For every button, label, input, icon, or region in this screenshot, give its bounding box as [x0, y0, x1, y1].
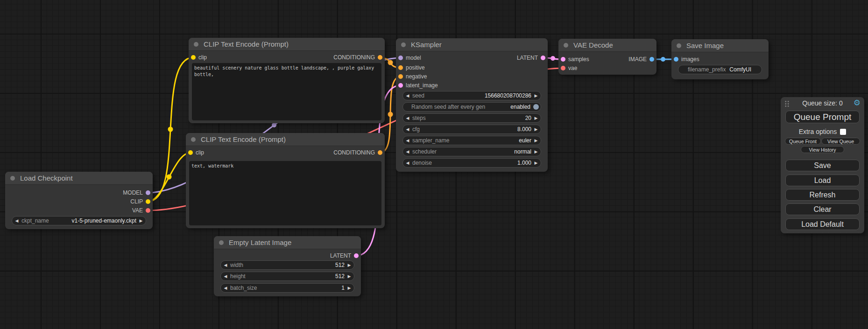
decrement-arrow-icon[interactable]: ◀ [403, 116, 412, 120]
collapse-dot-icon[interactable] [10, 176, 15, 181]
increment-arrow-icon[interactable]: ▶ [531, 127, 541, 132]
collapse-dot-icon[interactable] [194, 42, 198, 47]
increment-arrow-icon[interactable]: ▶ [345, 286, 354, 290]
negative-prompt-textarea[interactable]: text, watermark [189, 161, 381, 225]
denoise-widget[interactable]: ◀ denoise 1.000 ▶ [402, 158, 541, 168]
node-title-bar[interactable]: CLIP Text Encode (Prompt) [189, 38, 385, 51]
collapse-dot-icon[interactable] [191, 137, 196, 142]
latent-output-port[interactable] [354, 253, 359, 258]
extra-options-checkbox[interactable] [840, 129, 846, 135]
increment-arrow-icon[interactable]: ▶ [531, 116, 541, 120]
decrement-arrow-icon[interactable]: ◀ [403, 161, 412, 165]
increment-arrow-icon[interactable]: ▶ [345, 263, 354, 267]
node-title-bar[interactable]: CLIP Text Encode (Prompt) [186, 133, 385, 146]
model-output-port[interactable] [146, 190, 150, 195]
latent-output-port[interactable] [541, 56, 545, 60]
view-history-button[interactable]: View History [801, 146, 844, 153]
latent-image-input-port[interactable] [398, 83, 403, 88]
clip-input-port[interactable] [191, 55, 196, 60]
widget-label: height [230, 273, 246, 280]
widget-label: batch_size [230, 285, 257, 291]
increment-arrow-icon[interactable]: ▶ [531, 93, 541, 98]
conditioning-output-port[interactable] [378, 150, 382, 155]
output-label-conditioning: CONDITIONING [333, 149, 375, 156]
increment-arrow-icon[interactable]: ▶ [531, 149, 541, 154]
filename-prefix-widget[interactable]: filename_prefix ComfyUI [678, 65, 762, 74]
refresh-button[interactable]: Refresh [785, 189, 860, 201]
ckpt-name-widget[interactable]: ◀ ckpt_name v1-5-pruned-emaonly.ckpt ▶ [12, 216, 146, 225]
batch-size-widget[interactable]: ◀ batch_size 1 ▶ [220, 283, 354, 293]
clear-button[interactable]: Clear [785, 203, 860, 215]
increment-arrow-icon[interactable]: ▶ [345, 274, 354, 279]
sampler-name-widget[interactable]: ◀ sampler_name euler ▶ [402, 136, 541, 145]
node-title-bar[interactable]: Empty Latent Image [214, 236, 361, 249]
increment-arrow-icon[interactable]: ▶ [531, 161, 541, 165]
toggle-dot-icon[interactable] [533, 104, 539, 110]
positive-input-port[interactable] [398, 65, 403, 70]
decrement-arrow-icon[interactable]: ◀ [403, 127, 412, 132]
widget-label: steps [412, 115, 426, 121]
output-label-image: IMAGE [628, 56, 647, 63]
vae-input-port[interactable] [561, 66, 565, 70]
node-title: Load Checkpoint [20, 174, 73, 182]
node-clip-text-encode-negative[interactable]: CLIP Text Encode (Prompt) clip CONDITION… [186, 133, 385, 228]
load-button[interactable]: Load [785, 175, 860, 186]
model-input-port[interactable] [398, 56, 403, 60]
positive-prompt-textarea[interactable]: beautiful scenery nature glass bottle la… [192, 63, 381, 120]
node-empty-latent-image[interactable]: Empty Latent Image LATENT ◀ width 512 ▶ … [214, 236, 361, 296]
save-button[interactable]: Save [785, 160, 860, 171]
decrement-arrow-icon[interactable]: ◀ [221, 274, 230, 279]
conditioning-output-port[interactable] [378, 55, 382, 60]
image-output-port[interactable] [649, 57, 654, 62]
collapse-dot-icon[interactable] [401, 42, 406, 47]
widget-label: sampler_name [412, 137, 449, 144]
increment-arrow-icon[interactable]: ▶ [531, 138, 541, 143]
decrement-arrow-icon[interactable]: ◀ [403, 93, 412, 98]
node-title: KSampler [411, 41, 442, 49]
node-vae-decode[interactable]: VAE Decode samples IMAGE vae [558, 39, 656, 75]
queue-front-button[interactable]: Queue Front [785, 138, 821, 145]
images-input-port[interactable] [674, 57, 678, 62]
view-queue-button[interactable]: View Queue [821, 138, 860, 145]
node-title-bar[interactable]: Save Image [671, 39, 769, 52]
seed-widget[interactable]: ◀ seed 156680208700286 ▶ [402, 91, 541, 100]
decrement-arrow-icon[interactable]: ◀ [221, 286, 230, 290]
widget-value: normal [514, 148, 531, 155]
node-load-checkpoint[interactable]: Load Checkpoint MODEL CLIP VAE ◀ ckpt_na… [5, 172, 153, 229]
node-save-image[interactable]: Save Image images filename_prefix ComfyU… [671, 39, 769, 79]
height-widget[interactable]: ◀ height 512 ▶ [220, 272, 354, 281]
clip-output-port[interactable] [146, 199, 150, 204]
node-clip-text-encode-positive[interactable]: CLIP Text Encode (Prompt) clip CONDITION… [189, 38, 385, 123]
collapse-dot-icon[interactable] [677, 43, 681, 48]
node-title: Empty Latent Image [229, 238, 291, 246]
node-title-bar[interactable]: Load Checkpoint [5, 172, 153, 185]
input-row-clip: clip [188, 148, 204, 157]
cfg-widget[interactable]: ◀ cfg 8.000 ▶ [402, 125, 541, 134]
node-title-bar[interactable]: KSampler [396, 38, 548, 51]
collapse-dot-icon[interactable] [564, 43, 568, 48]
width-widget[interactable]: ◀ width 512 ▶ [220, 260, 354, 270]
scheduler-widget[interactable]: ◀ scheduler normal ▶ [402, 147, 541, 156]
decrement-arrow-icon[interactable]: ◀ [12, 218, 21, 223]
negative-input-port[interactable] [398, 74, 403, 79]
settings-gear-icon[interactable]: ⚙ [854, 98, 861, 108]
queue-prompt-button[interactable]: Queue Prompt [785, 111, 860, 123]
widget-value: enabled [510, 104, 530, 110]
input-label-samples: samples [568, 56, 589, 63]
random-seed-toggle-widget[interactable]: Random seed after every gen enabled [402, 102, 541, 112]
steps-widget[interactable]: ◀ steps 20 ▶ [402, 113, 541, 123]
input-label-negative: negative [406, 73, 427, 80]
samples-input-port[interactable] [561, 57, 565, 62]
decrement-arrow-icon[interactable]: ◀ [403, 149, 412, 154]
node-title-bar[interactable]: VAE Decode [558, 39, 656, 52]
load-default-button[interactable]: Load Default [785, 218, 860, 230]
clip-input-port[interactable] [188, 150, 193, 155]
decrement-arrow-icon[interactable]: ◀ [221, 263, 230, 267]
input-row-clip: clip [191, 53, 207, 62]
vae-output-port[interactable] [146, 208, 150, 213]
increment-arrow-icon[interactable]: ▶ [136, 218, 146, 223]
node-ksampler[interactable]: KSampler model LATENT positive negative … [396, 38, 548, 172]
collapse-dot-icon[interactable] [219, 240, 224, 245]
node-graph-canvas[interactable]: Load Checkpoint MODEL CLIP VAE ◀ ckpt_na… [0, 0, 868, 329]
decrement-arrow-icon[interactable]: ◀ [403, 138, 412, 143]
